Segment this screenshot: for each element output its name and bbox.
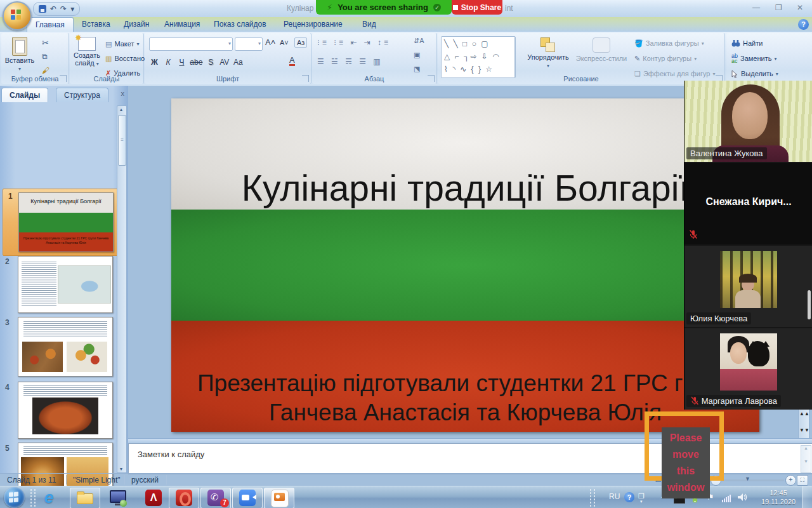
office-button[interactable] xyxy=(3,1,32,30)
notes-scroll-up-icon[interactable]: ▲ xyxy=(804,446,808,450)
scroll-down-icon[interactable]: ▼ xyxy=(117,467,125,471)
tray-help-icon[interactable]: ? xyxy=(624,492,634,502)
tab-glavnaya[interactable]: Главная xyxy=(27,17,74,32)
shape-outline-button[interactable]: ✎ Контур фигуры ▾ xyxy=(634,51,697,65)
next-slide-button[interactable]: ▼▼ xyxy=(799,428,808,432)
start-button[interactable] xyxy=(4,487,25,508)
tray-window-icon[interactable]: ❐▾ xyxy=(638,492,645,508)
powerpoint-taskbar-button[interactable] xyxy=(264,488,294,508)
align-text-button[interactable]: ▣ xyxy=(414,51,420,59)
opera-taskbar-button[interactable] xyxy=(169,488,199,508)
copy-icon[interactable]: ⧉ xyxy=(42,52,48,61)
close-panel-icon[interactable]: x xyxy=(121,90,125,97)
tab-retsenzirovanie[interactable]: Рецензирование xyxy=(275,17,351,31)
tab-slides-thumbnails[interactable]: Слайды xyxy=(1,88,48,102)
internet-explorer-icon[interactable]: e xyxy=(44,489,62,507)
grow-font-button[interactable]: A˄ xyxy=(265,37,275,47)
underline-button[interactable]: Ч xyxy=(176,58,187,67)
text-shadow-button[interactable]: S xyxy=(206,58,216,67)
shapes-gallery-scroll[interactable]: ▲▼▼ xyxy=(514,37,516,77)
font-dialog-launcher[interactable] xyxy=(302,75,309,82)
maximize-button[interactable]: ❐ xyxy=(775,3,782,12)
layout-button[interactable]: ▤ Макет ▾ xyxy=(105,37,140,51)
font-name-combo[interactable]: ▾ xyxy=(149,37,233,51)
slide-counter[interactable]: Слайд 1 из 11 xyxy=(1,475,62,485)
tab-vstavka[interactable]: Вставка xyxy=(74,17,119,31)
paragraph-list-buttons[interactable]: ⁝≡ ⁝≡ ⇤ ⇥ ↕≡ xyxy=(317,38,391,47)
tab-dizayn[interactable]: Дизайн xyxy=(115,17,157,31)
tab-animatsiya[interactable]: Анимация xyxy=(156,17,208,31)
slide-1-thumbnail[interactable]: Кулінарні традиції Болгарії Презентацію … xyxy=(18,192,114,252)
select-button[interactable]: Выделить ▾ xyxy=(731,67,778,81)
notes-scroll-down-icon[interactable]: ▼ xyxy=(804,459,808,464)
shrink-font-button[interactable]: A˅ xyxy=(280,39,289,46)
font-size-combo[interactable]: ▾ xyxy=(235,37,263,51)
font-color-button[interactable]: А xyxy=(289,56,295,66)
participant-tile-4[interactable]: Маргарита Лаврова xyxy=(684,328,812,410)
clear-formatting-button[interactable]: Аз xyxy=(294,37,307,48)
undo-icon[interactable]: ↶ xyxy=(50,3,56,15)
zoom-slider-handle[interactable]: ▼ xyxy=(745,476,750,482)
notes-scrollbar[interactable]: ▲ ▼ xyxy=(801,445,811,473)
slide-3-thumbnail[interactable] xyxy=(18,317,113,377)
zoom-participants-panel[interactable]: Валентина Жукова Снежана Кирич... Юлия К… xyxy=(684,81,812,410)
shape-fill-button[interactable]: 🪣 Заливка фигуры ▾ xyxy=(634,36,704,50)
bold-button[interactable]: Ж xyxy=(149,58,160,67)
scroll-up-icon[interactable]: ▲ xyxy=(117,107,125,112)
zoom-panel-scrollbar[interactable] xyxy=(808,290,811,319)
zoom-in-button[interactable]: + xyxy=(785,475,796,486)
help-button[interactable]: ? xyxy=(798,19,809,30)
text-direction-button[interactable]: ⇵A xyxy=(414,37,424,45)
tab-vid[interactable]: Вид xyxy=(354,17,384,31)
notes-placeholder[interactable]: Заметки к слайду xyxy=(138,450,204,459)
file-explorer-taskbar-button[interactable] xyxy=(70,488,100,508)
fit-to-window-button[interactable]: ⛶ xyxy=(797,475,808,486)
save-icon[interactable] xyxy=(39,5,46,13)
scrollbar-thumb[interactable]: ≡ xyxy=(118,115,126,166)
slide-3-row[interactable]: 3 xyxy=(0,317,118,378)
participant-tile-3[interactable]: Юлия Кюрчева xyxy=(684,246,812,328)
redo-icon[interactable]: ↷ xyxy=(60,3,67,15)
language-tray-indicator[interactable]: RU xyxy=(609,492,620,501)
cut-icon[interactable]: ✂ xyxy=(42,38,49,48)
qat-customize-icon[interactable]: ▾ xyxy=(70,3,74,15)
format-painter-icon[interactable]: 🖌 xyxy=(42,66,49,75)
slide-4-thumbnail[interactable] xyxy=(18,382,113,439)
minimize-button[interactable]: — xyxy=(752,3,760,12)
slides-panel-scrollbar[interactable]: ▲ ≡ ▼ xyxy=(117,105,127,473)
slide-2-row[interactable]: 2 xyxy=(0,256,118,314)
clipboard-dialog-launcher[interactable] xyxy=(60,75,67,82)
slide-canvas[interactable]: Кулінарні традиції Болгарії Презентацію … xyxy=(171,98,759,432)
italic-button[interactable]: К xyxy=(162,58,173,67)
zoom-taskbar-button[interactable] xyxy=(232,488,263,508)
paragraph-dialog-launcher[interactable] xyxy=(428,75,435,82)
participant-tile-1[interactable]: Валентина Жукова xyxy=(684,81,812,163)
stop-share-button[interactable]: Stop Share xyxy=(452,0,502,15)
close-button[interactable]: ✕ xyxy=(797,3,803,12)
tab-outline[interactable]: Структура xyxy=(56,88,108,102)
paragraph-align-buttons[interactable]: ☰ ☱ ☴ ☰ ▥ xyxy=(317,57,383,66)
participant-tile-2[interactable]: Снежана Кирич... xyxy=(684,163,812,246)
replace-button[interactable]: abac Заменить ▾ xyxy=(731,51,776,65)
strikethrough-button[interactable]: abe xyxy=(190,58,202,67)
smartart-convert-button[interactable]: ⬔ xyxy=(414,65,420,73)
find-button[interactable]: Найти xyxy=(731,36,763,50)
slide-title-text[interactable]: Кулінарні традиції Болгарії xyxy=(171,167,759,209)
show-desktop-button[interactable] xyxy=(802,486,812,508)
language-indicator[interactable]: русский xyxy=(126,475,164,485)
change-case-button[interactable]: Aa xyxy=(233,58,244,67)
viber-taskbar-button[interactable]: ✆ 7 xyxy=(200,488,231,508)
shapes-gallery[interactable]: ╲ ╲ □ ○ ▢ △ ⌐ ┐⇨ ⇩ ◠ ⌇ ◝ ∿ { } ☆ ▲▼▼ xyxy=(441,36,516,78)
taskbar-clock[interactable]: 12:45 19.11.2020 xyxy=(759,488,798,506)
adobe-reader-icon[interactable]: Λ xyxy=(145,489,162,507)
volume-icon[interactable] xyxy=(737,493,747,504)
slide-subtitle-line1[interactable]: Презентацію підготували студентки 21 ГРС… xyxy=(171,370,759,397)
slide-4-row[interactable]: 4 xyxy=(0,382,118,440)
previous-slide-button[interactable]: ▲▲ xyxy=(799,411,808,416)
char-spacing-button[interactable]: AV xyxy=(219,58,230,67)
thumbnail-selection[interactable]: 1 Кулінарні традиції Болгарії Презентаці… xyxy=(3,189,118,256)
slide-2-thumbnail[interactable] xyxy=(18,256,113,313)
zoom-slider-track[interactable] xyxy=(721,479,784,481)
theme-name[interactable]: "Simple Light" xyxy=(67,475,126,485)
tab-pokaz-slaydov[interactable]: Показ слайдов xyxy=(206,17,275,31)
